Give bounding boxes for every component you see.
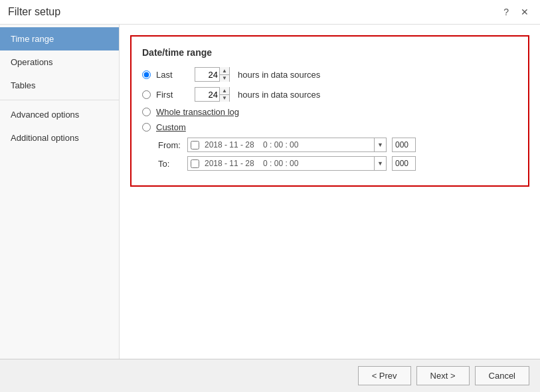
sidebar-item-time-range[interactable]: Time range — [0, 27, 119, 50]
last-radio[interactable] — [142, 70, 151, 79]
section-title: Date/time range — [142, 47, 517, 58]
prev-button[interactable]: < Prev — [358, 366, 411, 385]
title-bar: Filter setup ? ✕ — [0, 0, 540, 25]
last-spinbox: ▲ ▼ — [195, 67, 230, 82]
to-row: To: 2018 - 11 - 28 0 : 00 : 00 ▼ 000 — [158, 156, 517, 171]
from-ms-box[interactable]: 000 — [392, 138, 416, 152]
from-date-value: 2018 - 11 - 28 0 : 00 : 00 — [202, 140, 374, 149]
whole-log-label[interactable]: Whole transaction log — [156, 107, 239, 117]
from-checkbox[interactable] — [191, 141, 199, 149]
first-spinbox-arrows: ▲ ▼ — [219, 87, 229, 102]
custom-label[interactable]: Custom — [156, 122, 186, 132]
first-value-input[interactable] — [195, 88, 219, 101]
content-area: Date/time range Last ▲ ▼ hours in data s… — [120, 25, 540, 359]
custom-row: Custom — [142, 122, 517, 132]
to-ms-box[interactable]: 000 — [392, 156, 416, 171]
sidebar: Time range Operations Tables Advanced op… — [0, 25, 120, 359]
to-dropdown-button[interactable]: ▼ — [374, 157, 386, 170]
to-date-value: 2018 - 11 - 28 0 : 00 : 00 — [202, 159, 374, 168]
first-radio[interactable] — [142, 90, 151, 99]
from-dropdown-button[interactable]: ▼ — [374, 138, 386, 151]
help-button[interactable]: ? — [500, 5, 512, 19]
custom-radio[interactable] — [142, 123, 151, 132]
sidebar-item-advanced-options[interactable]: Advanced options — [0, 103, 119, 126]
to-date-input: 2018 - 11 - 28 0 : 00 : 00 ▼ — [187, 156, 387, 171]
to-checkbox[interactable] — [191, 159, 199, 168]
next-button[interactable]: Next > — [416, 366, 470, 385]
window-title: Filter setup — [8, 6, 60, 18]
last-spinbox-arrows: ▲ ▼ — [219, 67, 229, 82]
main-content: Time range Operations Tables Advanced op… — [0, 25, 540, 359]
first-radio-row: First ▲ ▼ hours in data sources — [142, 87, 517, 102]
from-label: From: — [158, 140, 182, 150]
last-value-input[interactable] — [195, 68, 219, 81]
from-row: From: 2018 - 11 - 28 0 : 00 : 00 ▼ 000 — [158, 138, 517, 152]
first-spin-up[interactable]: ▲ — [220, 87, 229, 95]
last-spin-up[interactable]: ▲ — [220, 67, 229, 75]
whole-log-radio[interactable] — [142, 108, 151, 116]
sidebar-item-additional-options[interactable]: Additional options — [0, 126, 119, 149]
first-spin-down[interactable]: ▼ — [220, 95, 229, 102]
footer: < Prev Next > Cancel — [0, 359, 540, 392]
to-label: To: — [158, 159, 182, 169]
first-suffix: hours in data sources — [238, 90, 320, 100]
sidebar-item-tables[interactable]: Tables — [0, 74, 119, 97]
sidebar-divider — [0, 100, 119, 100]
cancel-button[interactable]: Cancel — [475, 366, 529, 385]
title-bar-controls: ? ✕ — [500, 5, 532, 19]
whole-log-row: Whole transaction log — [142, 107, 517, 117]
datetime-range-section: Date/time range Last ▲ ▼ hours in data s… — [130, 35, 529, 187]
from-date-input: 2018 - 11 - 28 0 : 00 : 00 ▼ — [187, 138, 387, 152]
close-button[interactable]: ✕ — [517, 5, 532, 19]
first-spinbox: ▲ ▼ — [195, 87, 230, 102]
last-suffix: hours in data sources — [238, 70, 320, 80]
last-radio-row: Last ▲ ▼ hours in data sources — [142, 67, 517, 82]
last-spin-down[interactable]: ▼ — [220, 75, 229, 82]
sidebar-item-operations[interactable]: Operations — [0, 50, 119, 74]
first-label[interactable]: First — [156, 90, 189, 100]
last-label[interactable]: Last — [156, 70, 189, 80]
